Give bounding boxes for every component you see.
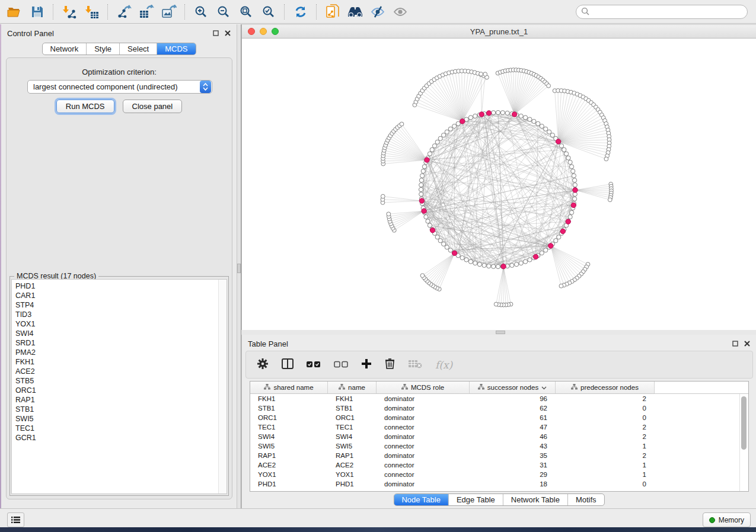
- table-cell[interactable]: connector: [377, 443, 470, 450]
- network-node[interactable]: [559, 144, 563, 148]
- network-node[interactable]: [448, 127, 452, 131]
- table-row[interactable]: ORC1ORC1dominator610: [250, 413, 748, 422]
- mcds-result-item[interactable]: RAP1: [15, 395, 227, 405]
- network-node[interactable]: [573, 183, 577, 187]
- network-hub-node[interactable]: [560, 229, 565, 233]
- table-cell[interactable]: 47: [470, 424, 556, 431]
- network-node[interactable]: [554, 239, 558, 243]
- tab-network[interactable]: Network: [42, 43, 87, 55]
- network-node[interactable]: [468, 116, 473, 120]
- table-row[interactable]: STB1STB1dominator620: [250, 403, 748, 413]
- network-node[interactable]: [494, 302, 498, 306]
- table-cell[interactable]: STB1: [250, 405, 328, 412]
- mcds-result-item[interactable]: SWI4: [15, 329, 227, 338]
- network-node[interactable]: [445, 245, 449, 249]
- table-cell[interactable]: TEC1: [250, 424, 328, 431]
- table-cell[interactable]: 18: [470, 480, 556, 488]
- vertical-splitter[interactable]: [237, 24, 241, 508]
- network-hub-node[interactable]: [501, 264, 506, 269]
- table-cell[interactable]: 0: [556, 480, 655, 488]
- list-scrollbar[interactable]: [218, 280, 227, 493]
- network-hub-node[interactable]: [422, 209, 426, 213]
- table-settings-gear-icon[interactable]: [257, 358, 269, 372]
- table-cell[interactable]: 1: [556, 462, 655, 469]
- network-node[interactable]: [487, 264, 491, 268]
- network-node[interactable]: [608, 198, 612, 202]
- network-node[interactable]: [426, 219, 430, 223]
- network-node[interactable]: [419, 187, 423, 191]
- tab-motifs[interactable]: Motifs: [568, 494, 604, 505]
- network-node[interactable]: [448, 248, 452, 252]
- mcds-result-item[interactable]: STP4: [15, 300, 227, 310]
- table-cell[interactable]: SWI5: [328, 443, 377, 450]
- network-hub-node[interactable]: [573, 188, 578, 193]
- network-node[interactable]: [424, 215, 428, 219]
- network-node[interactable]: [571, 169, 575, 173]
- table-cell[interactable]: SWI4: [328, 433, 377, 440]
- network-node[interactable]: [544, 248, 548, 252]
- network-node[interactable]: [528, 258, 532, 262]
- table-cell[interactable]: 31: [470, 462, 556, 469]
- network-hub-node[interactable]: [533, 254, 538, 259]
- table-cell[interactable]: RAP1: [328, 452, 377, 459]
- network-node[interactable]: [420, 274, 425, 278]
- float-panel-icon[interactable]: [212, 29, 220, 37]
- network-node[interactable]: [456, 121, 460, 126]
- network-node[interactable]: [540, 124, 544, 128]
- network-node[interactable]: [428, 223, 432, 227]
- table-cell[interactable]: dominator: [377, 480, 470, 488]
- table-cell[interactable]: dominator: [377, 433, 470, 440]
- network-node[interactable]: [570, 210, 574, 214]
- open-file-icon[interactable]: [4, 2, 26, 21]
- table-cell[interactable]: dominator: [377, 414, 470, 421]
- network-hub-node[interactable]: [486, 111, 491, 116]
- tab-select[interactable]: Select: [120, 43, 157, 55]
- mcds-result-item[interactable]: STB5: [15, 376, 227, 386]
- network-node[interactable]: [477, 262, 481, 267]
- network-node[interactable]: [428, 152, 432, 156]
- zoom-in-icon[interactable]: [190, 2, 212, 21]
- mcds-result-item[interactable]: STB1: [15, 405, 227, 414]
- network-node[interactable]: [422, 165, 426, 169]
- tab-node-table[interactable]: Node Table: [394, 494, 449, 505]
- table-cell[interactable]: 2: [556, 395, 655, 402]
- column-header-successor-nodes[interactable]: successor nodes: [470, 382, 556, 393]
- table-cell[interactable]: ORC1: [250, 414, 328, 421]
- network-node[interactable]: [460, 256, 464, 260]
- network-node[interactable]: [479, 72, 483, 76]
- table-cell[interactable]: YOX1: [328, 471, 377, 478]
- table-cell[interactable]: SWI4: [250, 433, 328, 440]
- network-node[interactable]: [536, 121, 540, 126]
- network-node[interactable]: [604, 157, 608, 161]
- network-node[interactable]: [505, 111, 509, 115]
- network-hub-node[interactable]: [430, 228, 435, 233]
- hide-details-eye-slash-icon[interactable]: [366, 2, 389, 21]
- table-cell[interactable]: dominator: [377, 452, 470, 459]
- network-node[interactable]: [438, 239, 442, 243]
- mcds-result-item[interactable]: PHD1: [15, 281, 227, 291]
- network-hub-node[interactable]: [419, 198, 424, 203]
- table-cell[interactable]: 0: [556, 405, 655, 412]
- network-node[interactable]: [387, 212, 391, 216]
- mcds-result-item[interactable]: SRD1: [15, 338, 227, 348]
- network-hub-node[interactable]: [512, 112, 517, 117]
- network-node[interactable]: [445, 130, 449, 134]
- network-node[interactable]: [568, 215, 572, 219]
- network-hub-node[interactable]: [479, 112, 484, 117]
- show-graphics-eye-icon[interactable]: [389, 2, 412, 21]
- network-node[interactable]: [519, 114, 523, 118]
- network-node[interactable]: [400, 122, 404, 126]
- mcds-result-item[interactable]: ORC1: [15, 386, 227, 395]
- scrollbar-thumb[interactable]: [741, 396, 747, 450]
- column-header-MCDS-role[interactable]: MCDS role: [377, 382, 470, 393]
- task-history-button[interactable]: [7, 512, 24, 527]
- table-cell[interactable]: RAP1: [250, 452, 328, 459]
- mcds-result-item[interactable]: YOX1: [15, 319, 227, 329]
- network-node[interactable]: [492, 111, 496, 115]
- table-cell[interactable]: connector: [377, 471, 470, 478]
- network-hub-node[interactable]: [556, 139, 560, 144]
- export-network-icon[interactable]: [113, 2, 135, 21]
- network-node[interactable]: [442, 242, 446, 246]
- network-node[interactable]: [432, 144, 436, 148]
- table-cell[interactable]: ACE2: [250, 462, 328, 469]
